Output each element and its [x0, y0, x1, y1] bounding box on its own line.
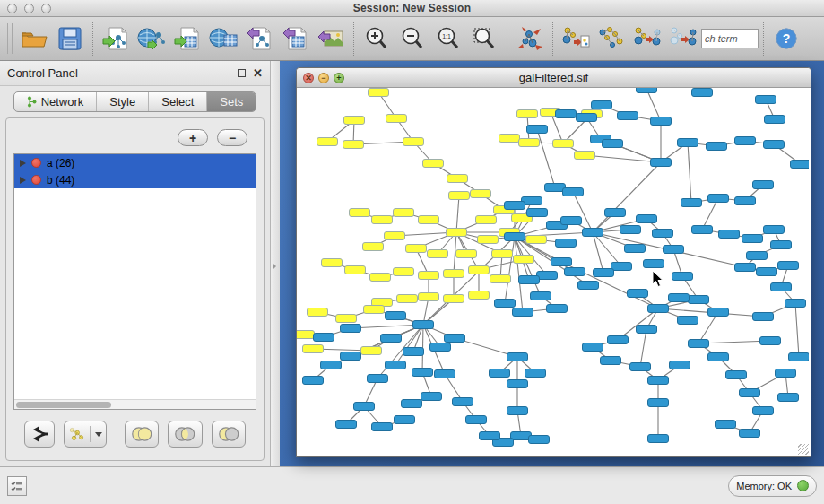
network-node[interactable] — [753, 181, 774, 189]
network-view[interactable] — [297, 88, 811, 456]
help-button[interactable]: ? — [768, 21, 804, 56]
network-node[interactable] — [583, 343, 603, 352]
network-node[interactable] — [386, 361, 406, 369]
network-node[interactable] — [445, 335, 465, 343]
network-node[interactable] — [364, 306, 385, 314]
import-table-file-button[interactable] — [169, 21, 205, 56]
network-node[interactable] — [372, 216, 393, 224]
network-node[interactable] — [707, 143, 727, 151]
network-node[interactable] — [726, 371, 747, 379]
network-node[interactable] — [740, 430, 760, 438]
network-node[interactable] — [406, 245, 427, 253]
network-node[interactable] — [303, 345, 324, 353]
network-node[interactable] — [507, 380, 528, 388]
import-network-file-button[interactable] — [98, 21, 134, 56]
network-node[interactable] — [776, 369, 796, 378]
network-node[interactable] — [526, 236, 547, 244]
network-node[interactable] — [386, 115, 407, 123]
network-node[interactable] — [336, 421, 357, 429]
network-node[interactable] — [303, 377, 324, 385]
network-node[interactable] — [480, 432, 500, 440]
network-node[interactable] — [719, 230, 740, 239]
network-node[interactable] — [517, 110, 538, 118]
memory-status-button[interactable]: Memory: OK — [728, 475, 817, 497]
network-node[interactable] — [386, 312, 406, 320]
chevron-down-icon[interactable] — [95, 432, 102, 437]
remove-set-button[interactable]: − — [217, 129, 247, 146]
network-node[interactable] — [435, 370, 455, 378]
network-node[interactable] — [519, 139, 540, 147]
network-node[interactable] — [716, 421, 736, 429]
apply-layout-button[interactable] — [512, 21, 548, 56]
union-button[interactable] — [125, 421, 159, 448]
network-node[interactable] — [648, 305, 669, 313]
network-node[interactable] — [449, 192, 470, 200]
network-node[interactable] — [469, 266, 490, 274]
network-node[interactable] — [735, 264, 756, 272]
split-set-button[interactable] — [24, 421, 55, 448]
network-node[interactable] — [372, 423, 393, 431]
network-node[interactable] — [708, 308, 729, 317]
network-node[interactable] — [476, 216, 497, 224]
network-node[interactable] — [789, 353, 810, 361]
save-session-button[interactable] — [52, 21, 88, 56]
frame-maximize-button[interactable]: + — [334, 73, 344, 83]
network-node[interactable] — [742, 235, 763, 243]
network-node[interactable] — [618, 112, 638, 120]
network-node[interactable] — [689, 340, 709, 348]
difference-button[interactable] — [212, 421, 246, 448]
network-node[interactable] — [430, 343, 451, 352]
network-node[interactable] — [771, 241, 792, 249]
network-node[interactable] — [578, 282, 599, 290]
network-node[interactable] — [651, 159, 672, 167]
network-node[interactable] — [592, 101, 612, 109]
network-node[interactable] — [369, 89, 389, 97]
network-node[interactable] — [478, 236, 499, 244]
network-node[interactable] — [644, 260, 664, 268]
select-first-neighbors-button[interactable] — [594, 21, 629, 56]
export-network-button[interactable] — [241, 21, 277, 56]
import-table-web-button[interactable] — [205, 21, 241, 56]
intersection-button[interactable] — [168, 421, 202, 448]
network-node[interactable] — [505, 202, 525, 210]
import-network-web-button[interactable] — [134, 21, 169, 56]
network-node[interactable] — [397, 295, 418, 303]
network-frame-titlebar[interactable]: galFiltered.sif ✕ − + — [297, 68, 811, 88]
network-node[interactable] — [505, 233, 525, 241]
network-node[interactable] — [757, 268, 777, 276]
network-node[interactable] — [354, 403, 375, 411]
zoom-in-button[interactable] — [359, 21, 395, 56]
network-node[interactable] — [403, 348, 424, 356]
show-all-button[interactable] — [665, 21, 701, 56]
network-node[interactable] — [735, 197, 756, 205]
network-node[interactable] — [678, 139, 698, 147]
close-panel-icon[interactable]: ✕ — [253, 69, 263, 77]
network-node[interactable] — [603, 140, 623, 148]
network-node[interactable] — [747, 252, 768, 260]
network-node[interactable] — [423, 160, 444, 168]
float-panel-icon[interactable] — [238, 69, 246, 77]
network-node[interactable] — [785, 300, 806, 308]
zoom-out-button[interactable] — [395, 21, 430, 56]
network-node[interactable] — [735, 137, 756, 145]
zoom-actual-size-button[interactable]: 1:1 — [430, 21, 466, 56]
new-network-from-selection-button[interactable] — [558, 21, 594, 56]
network-node[interactable] — [653, 230, 673, 238]
network-node[interactable] — [492, 250, 513, 258]
network-node[interactable] — [490, 275, 511, 283]
open-folder-button[interactable] — [16, 21, 52, 56]
network-node[interactable] — [692, 89, 713, 97]
network-node[interactable] — [678, 317, 698, 325]
network-node[interactable] — [689, 296, 709, 304]
network-node[interactable] — [419, 272, 439, 280]
network-node[interactable] — [361, 347, 382, 355]
network-node[interactable] — [753, 313, 774, 321]
network-node[interactable] — [648, 377, 669, 385]
frame-resize-grip[interactable] — [798, 444, 809, 455]
export-image-button[interactable] — [313, 21, 349, 56]
task-history-button[interactable] — [7, 476, 27, 496]
network-frame[interactable]: galFiltered.sif ✕ − + — [296, 67, 811, 457]
network-node[interactable] — [447, 175, 468, 183]
network-node[interactable] — [381, 335, 402, 343]
network-node[interactable] — [345, 266, 366, 274]
